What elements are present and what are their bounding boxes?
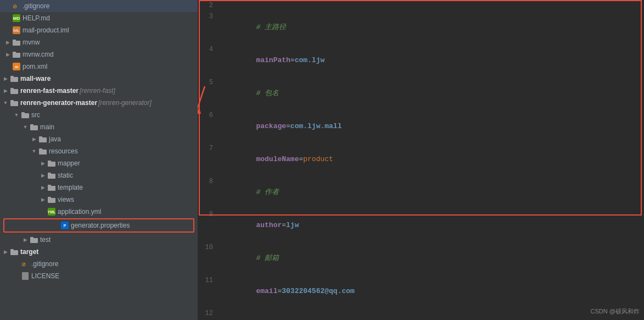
tree-item-label: views xyxy=(58,196,74,203)
line-number: 9 xyxy=(198,209,217,242)
line-number: 12 xyxy=(198,308,217,320)
tree-item-gitignore1[interactable]: ⊘ .gitignore xyxy=(0,0,198,12)
svg-rect-14 xyxy=(21,112,25,114)
svg-rect-22 xyxy=(48,161,51,163)
bracket-label: [renren-fast] xyxy=(80,87,115,95)
line-content xyxy=(217,0,644,11)
tree-item-label: renren-generator-master xyxy=(20,99,97,107)
tree-item-label: .gitignore xyxy=(23,2,49,10)
line-content: # 作者 xyxy=(217,176,644,209)
tree-item-pomxml[interactable]: m pom.xml xyxy=(0,60,198,73)
code-line: 3 # 主路径 xyxy=(198,11,644,44)
code-editor: 2 3 # 主路径 4 mainPath=com.ljw 5 # 包名 6 xyxy=(198,0,644,320)
chevron-icon: ▶ xyxy=(40,172,46,179)
folder-open-icon xyxy=(30,123,38,131)
tree-item-mallware[interactable]: ▶ mall-ware xyxy=(0,73,198,85)
tree-item-genprops[interactable]: P generator.properties xyxy=(4,219,193,231)
chevron-icon xyxy=(53,222,59,229)
editor-content[interactable]: 2 3 # 主路径 4 mainPath=com.ljw 5 # 包名 6 xyxy=(198,0,644,320)
tree-item-helpmd[interactable]: MD HELP.md xyxy=(0,12,198,24)
tree-item-label: java xyxy=(49,135,61,143)
code-line: 7 moduleName=product xyxy=(198,143,644,176)
tree-item-mvnw[interactable]: ▶ mvnw xyxy=(0,36,198,48)
chevron-icon xyxy=(4,27,11,34)
tree-item-main[interactable]: ▼ main xyxy=(0,121,198,133)
tree-item-template[interactable]: ▶ template xyxy=(0,181,198,194)
code-eq: = xyxy=(282,221,286,229)
line-number: 10 xyxy=(198,242,217,275)
chevron-icon: ▶ xyxy=(40,196,46,203)
tree-item-src[interactable]: ▼ src xyxy=(0,109,198,121)
watermark: CSDN @硕风和炸 xyxy=(591,307,640,316)
chevron-icon xyxy=(4,63,11,70)
code-key: email xyxy=(256,287,277,295)
svg-text:⊘: ⊘ xyxy=(21,261,26,267)
file-tree[interactable]: ⊘ .gitignore MD HELP.md IML mall-product… xyxy=(0,0,198,320)
chevron-icon: ▼ xyxy=(31,148,37,155)
folder-icon xyxy=(30,235,38,244)
chevron-icon xyxy=(13,261,20,267)
tree-item-gitignore2[interactable]: ⊘ .gitignore xyxy=(0,258,198,270)
tree-item-static[interactable]: ▶ static xyxy=(0,169,198,181)
chevron-icon: ▶ xyxy=(22,236,29,243)
tree-item-appyml[interactable]: YML application.yml xyxy=(0,206,198,218)
tree-item-mapper[interactable]: ▶ mapper xyxy=(0,157,198,169)
svg-rect-34 xyxy=(22,272,29,280)
code-val: com.ljw.mall xyxy=(290,122,342,130)
line-content: email=3032204562@qq.com xyxy=(217,275,644,308)
tree-item-label: mall-product.iml xyxy=(23,26,69,34)
line-content: moduleName=product xyxy=(217,143,644,176)
gitignore-icon: ⊘ xyxy=(21,260,30,268)
chevron-icon: ▶ xyxy=(31,136,37,142)
folder-icon xyxy=(10,86,19,95)
tree-item-label: static xyxy=(58,172,73,179)
tree-item-resources[interactable]: ▼ resources xyxy=(0,145,198,157)
code-comment: # 主路径 xyxy=(256,23,286,31)
tree-item-java[interactable]: ▶ java xyxy=(0,133,198,145)
tree-item-label: LICENSE xyxy=(31,272,59,280)
chevron-icon: ▶ xyxy=(4,51,11,58)
line-content: # 主路径 xyxy=(217,11,644,44)
tree-item-rengenerator[interactable]: ▼ renren-generator-master [renren-genera… xyxy=(0,97,198,109)
line-content: mainPath=com.ljw xyxy=(217,44,644,77)
tree-item-label: template xyxy=(58,184,83,191)
code-line: 11 email=3032204562@qq.com xyxy=(198,275,644,308)
chevron-icon xyxy=(13,273,20,279)
code-val: ljw xyxy=(286,221,299,229)
tree-item-renrenfast[interactable]: ▶ renren-fast-master [renren-fast] xyxy=(0,85,198,97)
tree-item-license[interactable]: LICENSE xyxy=(0,270,198,282)
svg-rect-26 xyxy=(48,185,51,187)
svg-rect-10 xyxy=(10,88,14,90)
svg-rect-6 xyxy=(13,52,16,54)
tree-item-test[interactable]: ▶ test xyxy=(0,234,198,246)
svg-rect-18 xyxy=(39,136,42,139)
code-eq: = xyxy=(290,56,295,64)
svg-rect-4 xyxy=(13,40,16,42)
tree-item-label: mvnw.cmd xyxy=(23,51,54,58)
tree-item-label: pom.xml xyxy=(23,63,47,70)
line-number: 7 xyxy=(198,143,217,176)
tree-item-label: mapper xyxy=(58,159,80,167)
tree-item-mvnwcmd[interactable]: ▶ mvnw.cmd xyxy=(0,48,198,60)
tree-item-malliml[interactable]: IML mall-product.iml xyxy=(0,24,198,36)
line-content: author=ljw xyxy=(217,209,644,242)
folder-icon xyxy=(47,159,56,168)
line-number: 8 xyxy=(198,176,217,209)
yml-icon: YML xyxy=(47,207,56,216)
line-content: # table的前缀 生成的实体对象就不会带这个前缀 xyxy=(217,308,644,320)
code-line: 4 mainPath=com.ljw xyxy=(198,44,644,77)
tree-item-views[interactable]: ▶ views xyxy=(0,194,198,206)
code-eq: = xyxy=(286,122,290,130)
chevron-icon: ▶ xyxy=(2,75,9,82)
tree-item-target[interactable]: ▶ target xyxy=(0,246,198,258)
tree-item-label: .gitignore xyxy=(31,260,58,268)
code-val: product xyxy=(303,155,333,163)
folder-icon xyxy=(47,171,56,180)
tree-item-label: resources xyxy=(49,147,78,155)
highlighted-file-box: P generator.properties xyxy=(3,218,194,233)
code-val: 3032204562@qq.com xyxy=(282,287,355,295)
chevron-icon: ▶ xyxy=(40,160,46,167)
folder-icon xyxy=(38,135,47,144)
code-comment: # 包名 xyxy=(256,89,279,97)
folder-icon xyxy=(10,247,19,256)
